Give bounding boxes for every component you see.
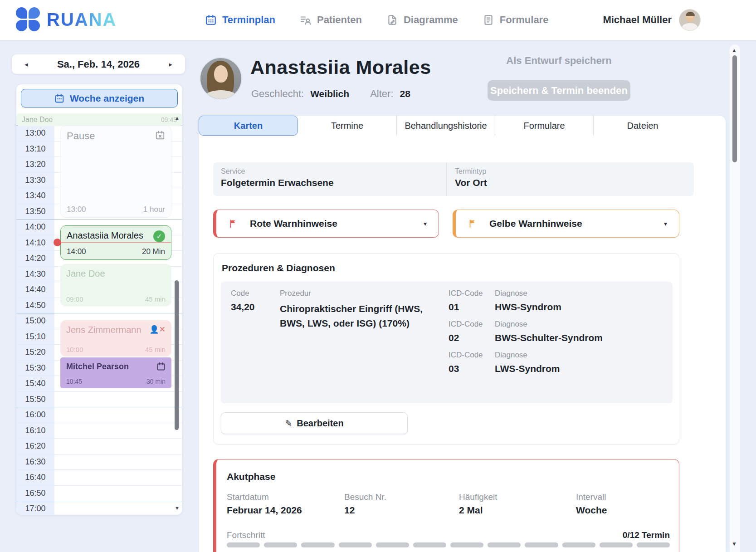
phase-field-label: Besuch Nr. <box>344 492 459 502</box>
next-day-button[interactable]: ▸ <box>169 60 172 68</box>
user-avatar <box>679 9 701 31</box>
time-label: 17:00 <box>16 501 54 515</box>
time-label: 14:20 <box>16 251 54 266</box>
nav-formulare[interactable]: Formulare <box>483 14 549 26</box>
tab-label: Karten <box>234 121 263 131</box>
time-slot[interactable]: 17:00 <box>16 501 182 515</box>
calendar-scroll-up-icon[interactable]: ▲ <box>175 115 180 121</box>
time-label: 15:50 <box>16 392 54 407</box>
save-finish-button[interactable]: Speichern & Termin beenden <box>488 80 630 101</box>
prev-day-button[interactable]: ◂ <box>24 60 28 68</box>
event-title: Jane Doe <box>66 269 105 279</box>
edit-procedures-button[interactable]: ✎ Bearbeiten <box>221 412 408 434</box>
time-label: 15:00 <box>16 313 54 329</box>
chevron-down-icon: ▾ <box>424 220 427 227</box>
time-label: 14:30 <box>16 267 54 282</box>
phase-field: Startdatum Februar 14, 2026 <box>227 492 344 516</box>
acute-phase-card: Akutphase Startdatum Februar 14, 2026 Be… <box>213 459 679 552</box>
main-scrollbar-thumb[interactable] <box>732 55 737 162</box>
tab[interactable]: Behandlungshistorie <box>396 116 495 136</box>
service-value: Folgetermin Erwachsene <box>221 177 439 188</box>
code-label: Code <box>231 289 280 298</box>
event-duration: 45 min <box>145 346 166 353</box>
event-duration: 45 min <box>145 295 166 303</box>
age-label: Alter: <box>370 88 393 100</box>
time-slot[interactable]: 16:10 <box>16 423 182 439</box>
day-calendar: Woche anzeigen 13:00 13:10 13:20 13:30 1… <box>16 84 182 515</box>
appointment-type-value: Vor Ort <box>455 177 487 188</box>
edit-button-label: Bearbeiten <box>297 418 343 429</box>
diagnosis-label: Diagnose <box>495 351 527 360</box>
diagnosis-label: Diagnose <box>495 320 527 329</box>
time-slot[interactable]: 16:30 <box>16 454 182 470</box>
time-label: 14:10 <box>16 235 54 251</box>
procedure-label: Prozedur <box>280 289 440 298</box>
event-duration: 20 Min <box>142 247 165 256</box>
user-name: Michael Müller <box>603 14 672 26</box>
tab[interactable]: Termine <box>298 116 396 136</box>
event-title: Mitchel Pearson <box>66 362 129 371</box>
event-mitchel-pearson[interactable]: Mitchel Pearson 10:45 30 min <box>60 357 171 388</box>
tab-label: Dateien <box>627 121 658 131</box>
icd-code-label: ICD-Code <box>449 289 495 298</box>
brand-name: RUANA <box>47 10 117 30</box>
event-jens-zimmermann[interactable]: Jens Zimmermann 👤✕ 10:00 45 min <box>60 320 171 357</box>
tab[interactable]: Dateien <box>593 116 692 136</box>
time-label: 13:20 <box>16 157 54 172</box>
time-slot[interactable]: 16:40 <box>16 469 182 485</box>
nav-terminplan[interactable]: Terminplan <box>205 14 275 26</box>
service-label: Service <box>221 167 439 176</box>
current-date[interactable]: Sa., Feb. 14, 2026 <box>57 59 140 70</box>
show-week-button[interactable]: Woche anzeigen <box>21 89 178 107</box>
progress-segment <box>413 542 446 547</box>
event-jane-doe[interactable]: Jane Doe 09:00 45 min <box>60 264 171 306</box>
icd-code-value: 01 <box>449 302 495 313</box>
ruana-logo-icon <box>16 7 40 32</box>
nav-diagramme[interactable]: Diagramme <box>386 14 458 26</box>
yellow-warnings-dropdown[interactable]: Gelbe Warnhinweise ▾ <box>453 210 679 238</box>
yellow-warnings-label: Gelbe Warnhinweise <box>489 218 652 229</box>
nav-terminplan-label: Terminplan <box>222 14 275 26</box>
red-warnings-dropdown[interactable]: Rote Warnhinweise ▾ <box>213 210 439 238</box>
scroll-up-icon[interactable]: ▲ <box>732 47 737 54</box>
time-label: 15:10 <box>16 329 54 345</box>
nav-patienten-label: Patienten <box>317 14 362 26</box>
calendar-remove-icon[interactable] <box>155 130 165 140</box>
tab[interactable]: Formulare <box>495 116 593 136</box>
time-slot[interactable]: 15:50 <box>16 391 182 407</box>
phase-field-label: Startdatum <box>227 492 344 502</box>
icd-code-value: 02 <box>449 332 495 343</box>
phase-title: Akutphase <box>227 471 679 482</box>
scroll-down-icon[interactable]: ▼ <box>732 541 737 547</box>
calendar-icon <box>156 362 166 371</box>
nav-patienten[interactable]: Patienten <box>300 14 362 26</box>
warnings-row: Rote Warnhinweise ▾ Gelbe Warnhinweise ▾ <box>213 210 679 238</box>
time-slot[interactable]: 16:00 <box>16 407 182 423</box>
brand-logo[interactable]: RUANA <box>16 7 117 32</box>
user-menu[interactable]: Michael Müller <box>603 0 701 40</box>
time-slot[interactable]: 16:50 <box>16 485 182 501</box>
progress-segment <box>264 542 297 547</box>
event-duration: 1 hour <box>143 205 165 214</box>
event-title: Pause <box>67 130 95 142</box>
time-label: 13:40 <box>16 188 54 204</box>
calendar-scrollbar-thumb[interactable] <box>175 280 179 430</box>
app-window: RUANA Terminplan Patienten Diagramme For… <box>0 0 756 552</box>
time-label: 15:40 <box>16 376 54 391</box>
tab-label: Termine <box>331 121 363 131</box>
event-title: Anastasiia Morales <box>67 230 143 241</box>
tab[interactable]: Karten <box>199 116 298 136</box>
event-pause[interactable]: Pause 13:00 1 hour <box>60 125 171 218</box>
calendar-scroll-down-icon[interactable]: ▼ <box>175 505 180 511</box>
progress-segment <box>376 542 409 547</box>
phase-field-label: Häufigkeit <box>459 492 576 502</box>
time-label: 16:40 <box>16 470 54 485</box>
patient-name: Anastasiia Morales <box>250 56 431 78</box>
procedures-title: Prozeduren & Diagnosen <box>222 263 679 274</box>
time-label: 13:00 <box>16 126 54 141</box>
tab-label: Formulare <box>523 121 565 131</box>
event-jane-doe-cancelled[interactable]: Jane Doe 09:45 <box>16 113 182 126</box>
time-slot[interactable]: 16:20 <box>16 438 182 454</box>
document-pencil-icon <box>386 14 398 26</box>
save-draft-link[interactable]: Als Entwurf speichern <box>488 55 630 67</box>
